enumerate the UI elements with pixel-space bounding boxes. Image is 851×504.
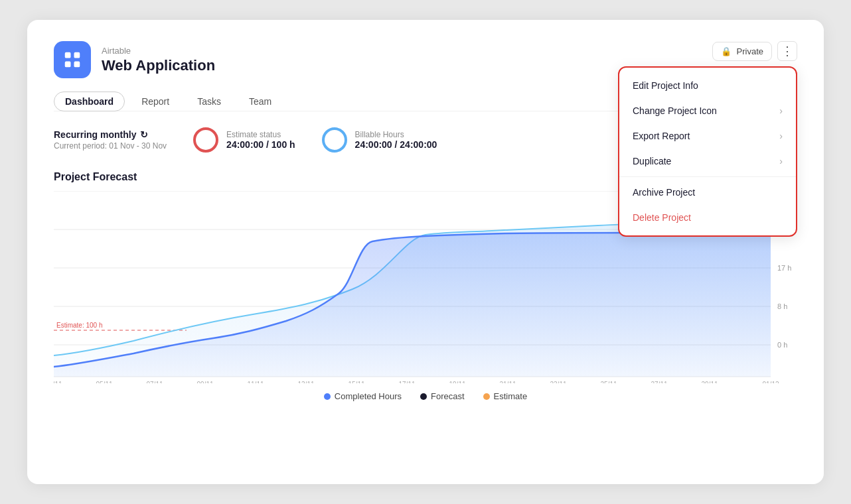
svg-rect-3 xyxy=(74,62,80,68)
billable-value: 24:00:00 / 24:00:00 xyxy=(355,139,437,150)
estimate-dot xyxy=(483,393,490,400)
tab-report[interactable]: Report xyxy=(130,92,181,111)
menu-item-export-report[interactable]: Export Report › xyxy=(619,123,796,149)
svg-text:11/11: 11/11 xyxy=(247,381,264,383)
svg-rect-0 xyxy=(65,52,71,58)
svg-text:21/11: 21/11 xyxy=(499,381,516,383)
private-label: Private xyxy=(737,46,763,56)
menu-item-change-project-icon[interactable]: Change Project Icon › xyxy=(619,98,796,123)
billable-circle xyxy=(322,127,347,153)
svg-text:29/11: 29/11 xyxy=(701,381,718,383)
forecast-title: Project Forecast xyxy=(54,171,137,183)
svg-text:19/11: 19/11 xyxy=(449,381,465,383)
svg-text:23/11: 23/11 xyxy=(550,381,566,383)
project-icon xyxy=(54,41,91,78)
billable-stat: Billable Hours 24:00:00 / 24:00:00 xyxy=(322,127,437,153)
svg-text:17/11: 17/11 xyxy=(398,381,415,383)
estimate-circle xyxy=(193,127,218,153)
legend-estimate: Estimate xyxy=(483,391,528,401)
project-company: Airtable xyxy=(102,46,215,56)
chevron-right-icon: › xyxy=(779,105,783,116)
legend-completed-hours: Completed Hours xyxy=(324,391,402,401)
project-icon-svg xyxy=(62,50,82,70)
chevron-right-icon: › xyxy=(779,156,783,166)
menu-item-duplicate[interactable]: Duplicate › xyxy=(619,149,796,174)
legend-forecast: Forecast xyxy=(420,391,465,401)
recurring-block: Recurring monthly ↻ Current period: 01 N… xyxy=(54,129,167,151)
svg-text:0 h: 0 h xyxy=(777,341,787,349)
svg-text:13/11: 13/11 xyxy=(297,381,314,383)
svg-rect-2 xyxy=(65,62,71,68)
recurring-period: Current period: 01 Nov - 30 Nov xyxy=(54,141,167,151)
svg-text:05/11: 05/11 xyxy=(96,381,112,383)
menu-item-archive-project[interactable]: Archive Project xyxy=(619,180,796,205)
svg-text:8 h: 8 h xyxy=(777,302,787,310)
menu-item-edit-project-info[interactable]: Edit Project Info xyxy=(619,73,796,98)
svg-rect-1 xyxy=(74,52,80,58)
lock-icon: 🔒 xyxy=(721,46,732,56)
svg-text:27/11: 27/11 xyxy=(651,381,667,383)
tab-dashboard[interactable]: Dashboard xyxy=(54,92,125,111)
private-badge-row: 🔒 Private xyxy=(712,42,772,61)
chart-bottom-legend: Completed Hours Forecast Estimate xyxy=(54,391,797,401)
tab-tasks[interactable]: Tasks xyxy=(186,92,232,111)
svg-text:03/11: 03/11 xyxy=(54,381,62,383)
svg-text:Estimate: 100 h: Estimate: 100 h xyxy=(56,322,102,329)
svg-text:09/11: 09/11 xyxy=(196,381,213,383)
menu-divider xyxy=(619,176,796,177)
dropdown-menu: Edit Project Info Change Project Icon › … xyxy=(618,66,797,237)
forecast-dot xyxy=(420,393,427,400)
svg-text:25/11: 25/11 xyxy=(600,381,617,383)
estimate-label: Estimate status xyxy=(226,130,295,139)
refresh-icon: ↻ xyxy=(140,129,148,140)
recurring-title: Recurring monthly ↻ xyxy=(54,129,167,140)
top-right-area: 🔒 Private ⋮ Edit Project Info Change Pro… xyxy=(618,41,797,237)
estimate-value: 24:00:00 / 100 h xyxy=(226,139,295,150)
project-name: Web Application xyxy=(102,57,215,74)
completed-hours-dot xyxy=(324,393,331,400)
main-card: Airtable Web Application Dashboard Repor… xyxy=(27,20,824,484)
more-options-button[interactable]: ⋮ xyxy=(777,41,797,61)
chevron-right-icon: › xyxy=(779,131,783,141)
svg-text:17 h: 17 h xyxy=(777,264,791,272)
svg-text:15/11: 15/11 xyxy=(348,381,364,383)
billable-label: Billable Hours xyxy=(355,130,437,139)
estimate-stat: Estimate status 24:00:00 / 100 h xyxy=(193,127,295,153)
menu-item-delete-project[interactable]: Delete Project xyxy=(619,205,796,230)
header-left: Airtable Web Application xyxy=(54,41,215,78)
project-meta: Airtable Web Application xyxy=(102,46,215,74)
svg-text:01/12: 01/12 xyxy=(762,381,779,383)
svg-text:07/11: 07/11 xyxy=(146,381,163,383)
tab-team[interactable]: Team xyxy=(238,92,283,111)
